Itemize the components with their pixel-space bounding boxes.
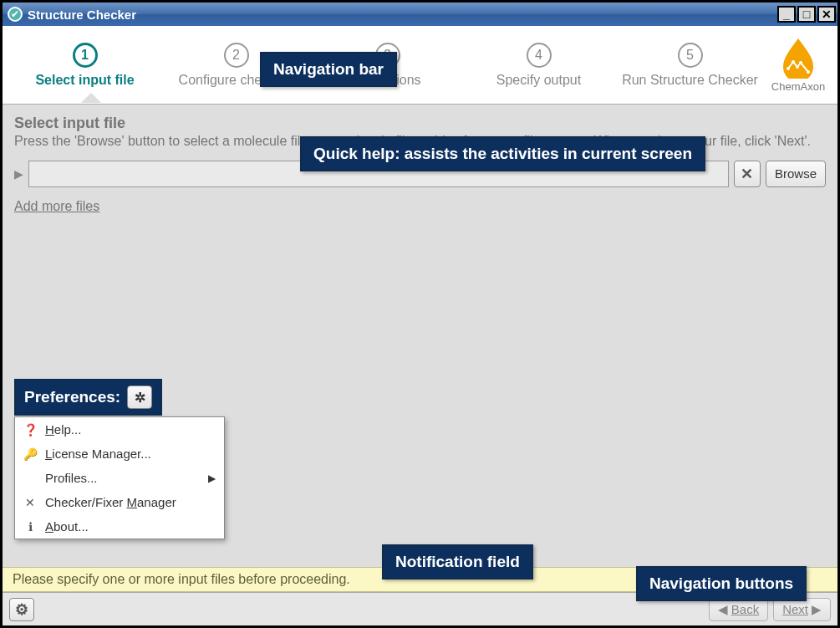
- help-title: Select input file: [14, 115, 826, 132]
- preferences-gear-button[interactable]: ✲: [127, 385, 152, 409]
- step-circle: 2: [224, 43, 249, 68]
- minimize-button[interactable]: _: [777, 6, 796, 23]
- preferences-label: Preferences:: [24, 388, 120, 406]
- step-label: Run Structure Checker: [622, 73, 758, 88]
- svg-point-0: [787, 67, 790, 70]
- close-button[interactable]: ✕: [817, 6, 836, 23]
- annotation-navbar: Navigation bar: [260, 52, 397, 87]
- tools-icon: ✕: [23, 496, 37, 509]
- svg-point-1: [792, 60, 795, 64]
- menu-item-profiles[interactable]: • Profiles... ▶: [15, 466, 224, 490]
- expand-icon[interactable]: ▶: [14, 167, 23, 181]
- active-step-arrow: [81, 93, 101, 103]
- maximize-button[interactable]: □: [797, 6, 816, 23]
- nav-step-4[interactable]: 4 Specify output: [463, 43, 614, 88]
- logo-text: ChemAxon: [771, 80, 825, 93]
- svg-point-3: [799, 61, 802, 64]
- preferences-button[interactable]: ⚙: [9, 598, 34, 621]
- gear-icon: ⚙: [15, 600, 28, 619]
- menu-item-help[interactable]: ❓ Help...: [15, 417, 224, 442]
- wizard-nav: 1 Select input file 2 Configure checkers…: [3, 26, 837, 105]
- submenu-arrow-icon: ▶: [208, 472, 216, 484]
- clear-input-button[interactable]: ✕: [734, 161, 761, 187]
- annotation-preferences: Preferences: ✲: [14, 379, 162, 416]
- nav-step-1[interactable]: 1 Select input file: [9, 43, 160, 88]
- browse-button[interactable]: Browse: [766, 161, 826, 187]
- arrow-left-icon: ◀: [718, 602, 728, 617]
- annotation-quickhelp: Quick help: assists the activities in cu…: [300, 136, 705, 171]
- step-circle: 5: [678, 43, 703, 68]
- app-window: ✔ Structure Checker _ □ ✕ 1 Select input…: [0, 0, 840, 628]
- titlebar: ✔ Structure Checker _ □ ✕: [3, 3, 837, 26]
- notification-text: Please specify one or more input files b…: [13, 572, 350, 587]
- annotation-navbuttons: Navigation buttons: [636, 566, 807, 601]
- chemaxon-logo: ChemAxon: [766, 37, 831, 93]
- info-icon: ℹ: [23, 520, 37, 534]
- app-icon: ✔: [8, 7, 23, 22]
- close-icon: ✕: [741, 165, 753, 183]
- menu-item-about[interactable]: ℹ About...: [15, 514, 224, 539]
- gear-icon: ✲: [135, 390, 145, 406]
- arrow-right-icon: ▶: [812, 602, 822, 617]
- help-icon: ❓: [23, 423, 37, 437]
- window-title: Structure Checker: [28, 8, 136, 22]
- add-more-files-link[interactable]: Add more files: [14, 199, 99, 214]
- svg-point-2: [796, 65, 799, 69]
- step-circle: 4: [527, 43, 552, 68]
- step-label: Select input file: [35, 73, 134, 88]
- key-icon: 🔑: [23, 447, 37, 461]
- nav-step-5[interactable]: 5 Run Structure Checker: [614, 43, 766, 88]
- menu-item-checker-manager[interactable]: ✕ Checker/Fixer Manager: [15, 490, 224, 514]
- menu-item-license[interactable]: 🔑 License Manager...: [15, 442, 224, 466]
- svg-point-4: [807, 70, 810, 74]
- step-circle: 1: [73, 43, 98, 68]
- annotation-notification: Notification field: [382, 544, 533, 579]
- preferences-menu: ❓ Help... 🔑 License Manager... • Profile…: [14, 416, 225, 539]
- step-label: Specify output: [496, 73, 581, 88]
